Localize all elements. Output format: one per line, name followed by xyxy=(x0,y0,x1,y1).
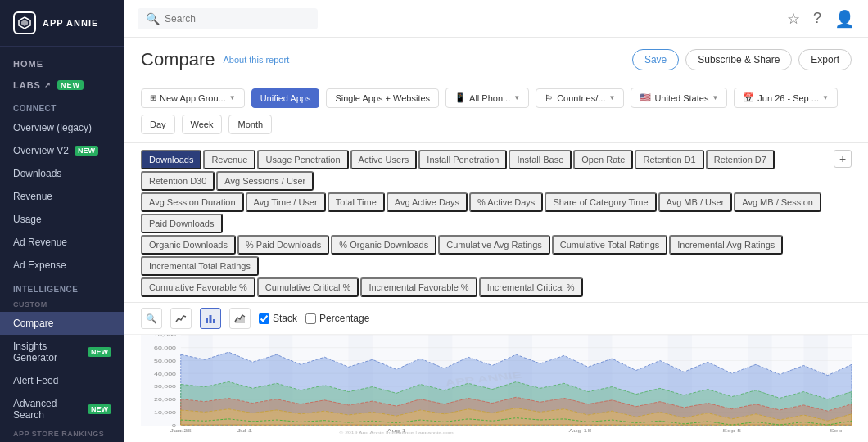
metrics-row-3: Organic Downloads % Paid Downloads % Org… xyxy=(141,235,834,276)
metrics-row-4: Cumulative Favorable % Cumulative Critic… xyxy=(141,277,834,297)
svg-text:Aug 18: Aug 18 xyxy=(568,427,591,433)
logo-icon xyxy=(13,11,36,34)
day-filter[interactable]: Day xyxy=(141,115,175,134)
header-actions: Save Subscribe & Share Export xyxy=(632,49,852,70)
sidebar-item-alert-feed[interactable]: Alert Feed xyxy=(0,369,124,392)
chart-area: 70,000 60,000 50,000 40,000 30,000 20,00… xyxy=(124,335,868,442)
calendar-icon: 📅 xyxy=(743,92,754,103)
section-label-custom: CUSTOM xyxy=(0,297,124,312)
sidebar-item-compare[interactable]: Compare xyxy=(0,312,124,335)
dropdown-arrow: ▼ xyxy=(712,94,718,101)
svg-text:30,000: 30,000 xyxy=(154,384,176,390)
stack-checkbox[interactable] xyxy=(259,313,269,324)
metric-avg-active-days[interactable]: Avg Active Days xyxy=(387,192,468,212)
search-bar[interactable]: 🔍 xyxy=(138,8,318,29)
sidebar-item-downloads[interactable]: Downloads xyxy=(0,162,124,185)
sidebar-item-labs[interactable]: LABS ↗ NEW xyxy=(0,74,124,96)
metric-revenue[interactable]: Revenue xyxy=(203,150,255,169)
export-button[interactable]: Export xyxy=(798,49,852,70)
metric-cumulative-favorable[interactable]: Cumulative Favorable % xyxy=(141,277,255,297)
page-title-area: Compare About this report xyxy=(141,49,289,70)
phone-filter[interactable]: 📱 All Phon... ▼ xyxy=(445,88,529,108)
metric-avg-sessions[interactable]: Avg Sessions / User xyxy=(216,171,314,191)
line-chart-button[interactable] xyxy=(170,308,192,329)
metric-avg-mb-session[interactable]: Avg MB / Session xyxy=(734,192,821,212)
metric-total-time[interactable]: Total Time xyxy=(328,192,385,212)
sidebar-item-overview-v2[interactable]: Overview V2 NEW xyxy=(0,139,124,162)
metric-retention-d1[interactable]: Retention D1 xyxy=(635,150,703,169)
about-link[interactable]: About this report xyxy=(223,55,289,65)
section-label-connect: CONNECT xyxy=(0,96,124,116)
metric-share-category-time[interactable]: Share of Category Time xyxy=(545,192,656,212)
metric-active-users[interactable]: Active Users xyxy=(350,150,418,169)
subscribe-share-button[interactable]: Subscribe & Share xyxy=(685,49,792,70)
zoom-button[interactable]: 🔍 xyxy=(141,308,162,329)
search-input[interactable] xyxy=(165,13,310,25)
single-apps-filter[interactable]: Single Apps + Websites xyxy=(326,88,439,108)
dropdown-arrow: ▼ xyxy=(513,94,520,101)
week-filter[interactable]: Week xyxy=(182,115,223,134)
sidebar-item-usage[interactable]: Usage xyxy=(0,208,124,231)
app-group-filter[interactable]: ⊞ New App Grou... ▼ xyxy=(141,88,245,108)
add-metric-button[interactable]: + xyxy=(834,150,852,168)
us-flag-icon: 🇺🇸 xyxy=(640,92,651,103)
metrics-row-2: Avg Session Duration Avg Time / User Tot… xyxy=(141,192,834,233)
metric-install-base[interactable]: Install Base xyxy=(509,150,572,169)
sidebar-item-ad-revenue[interactable]: Ad Revenue xyxy=(0,231,124,254)
section-label-intelligence: INTELLIGENCE xyxy=(0,277,124,297)
save-button[interactable]: Save xyxy=(632,49,679,70)
metric-cumulative-critical[interactable]: Cumulative Critical % xyxy=(257,277,359,297)
metric-cumulative-total-ratings[interactable]: Cumulative Total Ratings xyxy=(552,235,667,255)
metric-avg-time-user[interactable]: Avg Time / User xyxy=(246,192,326,212)
area-chart-button[interactable] xyxy=(229,308,251,329)
metric-paid-downloads[interactable]: Paid Downloads xyxy=(141,214,223,233)
sidebar-item-insights-generator[interactable]: Insights Generator NEW xyxy=(0,335,124,369)
sidebar-item-home[interactable]: HOME xyxy=(0,53,124,74)
metric-incremental-favorable[interactable]: Incremental Favorable % xyxy=(360,277,477,297)
metric-incremental-avg-ratings[interactable]: Incremental Avg Ratings xyxy=(669,235,783,255)
bar-chart-button[interactable] xyxy=(200,308,221,329)
countries-filter[interactable]: 🏳 Countries/... ▼ xyxy=(536,88,624,108)
stack-checkbox-label[interactable]: Stack xyxy=(259,313,297,324)
date-range-filter[interactable]: 📅 Jun 26 - Sep ... ▼ xyxy=(734,88,838,108)
metric-cumulative-avg-ratings[interactable]: Cumulative Avg Ratings xyxy=(438,235,550,255)
metric-pct-paid-downloads[interactable]: % Paid Downloads xyxy=(237,235,329,255)
logo-text: APP ANNIE xyxy=(43,18,98,28)
metric-incremental-total-ratings[interactable]: Incremental Total Ratings xyxy=(141,256,259,276)
country-filter[interactable]: 🇺🇸 United States ▼ xyxy=(631,88,727,108)
metrics-row-1: Downloads Revenue Usage Penetration Acti… xyxy=(141,150,834,191)
metric-pct-organic-downloads[interactable]: % Organic Downloads xyxy=(331,235,436,255)
unified-apps-filter[interactable]: Unified Apps xyxy=(251,88,320,108)
page-header: Compare About this report Save Subscribe… xyxy=(124,38,868,79)
metric-open-rate[interactable]: Open Rate xyxy=(573,150,633,169)
percentage-checkbox[interactable] xyxy=(305,313,316,324)
metric-install-penetration[interactable]: Install Penetration xyxy=(418,150,507,169)
metric-avg-mb-user[interactable]: Avg MB / User xyxy=(658,192,733,212)
metric-avg-session-duration[interactable]: Avg Session Duration xyxy=(141,192,244,212)
user-icon[interactable]: 👤 xyxy=(834,9,855,29)
metric-retention-d7[interactable]: Retention D7 xyxy=(706,150,775,169)
star-icon[interactable]: ☆ xyxy=(787,10,800,28)
chart-svg: 70,000 60,000 50,000 40,000 30,000 20,00… xyxy=(141,335,852,434)
svg-text:© 2019 App Annie Intelligence : © 2019 App Annie Intelligence | appannie… xyxy=(339,431,454,434)
metric-retention-d30[interactable]: Retention D30 xyxy=(141,171,215,191)
sidebar-item-ad-expense[interactable]: Ad Expense xyxy=(0,254,124,277)
sidebar-item-advanced-search[interactable]: Advanced Search NEW xyxy=(0,392,124,426)
month-filter[interactable]: Month xyxy=(228,115,272,134)
svg-rect-4 xyxy=(213,319,215,323)
percentage-checkbox-label[interactable]: Percentage xyxy=(305,313,369,324)
metric-incremental-critical[interactable]: Incremental Critical % xyxy=(479,277,583,297)
metric-organic-downloads[interactable]: Organic Downloads xyxy=(141,235,236,255)
svg-rect-2 xyxy=(206,318,208,323)
metric-pct-active-days[interactable]: % Active Days xyxy=(469,192,543,212)
dropdown-arrow: ▼ xyxy=(608,94,615,101)
section-label-app-store: APP STORE RANKINGS xyxy=(0,426,124,441)
metric-usage-penetration[interactable]: Usage Penetration xyxy=(257,150,348,169)
sidebar-item-overview-legacy[interactable]: Overview (legacy) xyxy=(0,116,124,139)
svg-marker-1 xyxy=(21,20,28,26)
metric-downloads[interactable]: Downloads xyxy=(141,150,201,169)
filter-bar: ⊞ New App Grou... ▼ Unified Apps Single … xyxy=(124,79,868,143)
help-icon[interactable]: ? xyxy=(813,10,821,27)
sidebar: APP ANNIE HOME LABS ↗ NEW CONNECT Overvi… xyxy=(0,0,124,442)
sidebar-item-revenue[interactable]: Revenue xyxy=(0,185,124,208)
